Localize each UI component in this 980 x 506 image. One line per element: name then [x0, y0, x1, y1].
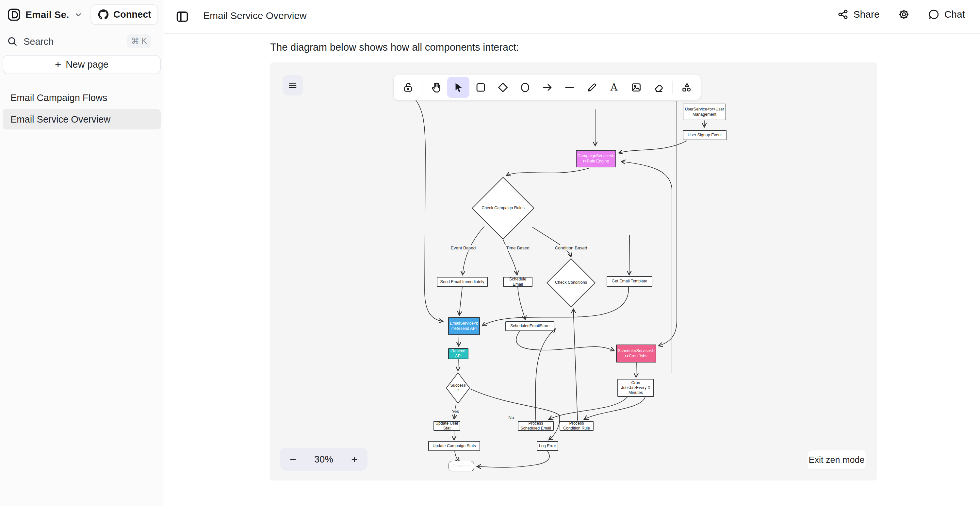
flow-node-process-scheduled-email[interactable]: Process Scheduled Email [518, 421, 554, 431]
tool-image-icon[interactable] [625, 77, 647, 98]
flow-node-check-campaign-rules[interactable]: Check Campaign Rules [472, 177, 535, 239]
sidebar-page-email-campaign-flows[interactable]: Email Campaign Flows [3, 88, 161, 108]
flow-node-log-error[interactable]: Log Error [537, 441, 558, 451]
flow-node-update-campaign-stats[interactable]: Update Campaign Stats [428, 441, 480, 451]
diagram-canvas[interactable]: UserService<br>User ManagementUser Signu… [270, 62, 877, 480]
flow-node-label: Success ? [446, 383, 470, 393]
tool-eraser-icon[interactable] [647, 77, 669, 98]
share-button[interactable]: Share [837, 8, 880, 20]
search-shortcut-badge: ⌘ K [127, 34, 151, 48]
chevron-down-icon [74, 10, 83, 19]
flow-node-email-service[interactable]: EmailService<br>Resend API [448, 317, 480, 335]
flow-node-campaign-service[interactable]: CampaignService<br>Rule Engine [576, 150, 616, 168]
tool-arrow-icon[interactable] [536, 77, 558, 98]
flow-node-label: Check Campaign Rules [473, 206, 533, 211]
flow-node-resend-api[interactable]: Resend API [448, 348, 468, 359]
flow-node-scheduler-service[interactable]: SchedulerService<br>Cron Jobs [616, 345, 656, 362]
sidebar-page-email-service-overview[interactable]: Email Service Overview [3, 109, 161, 129]
toolbar-divider [672, 81, 673, 94]
flow-node-user-service[interactable]: UserService<br>User Management [683, 104, 726, 120]
chat-label: Chat [944, 9, 965, 20]
share-label: Share [854, 9, 880, 20]
new-page-label: New page [66, 59, 108, 70]
flow-node-complete[interactable]: Complete [449, 461, 474, 471]
tool-rectangle-icon[interactable] [469, 77, 492, 98]
edge-label-no[interactable]: No [508, 415, 515, 420]
workspace-name: Email Se... [25, 9, 70, 20]
edge-label-condition-based[interactable]: Condition Based [554, 245, 588, 251]
flow-node-label: Check Conditions [548, 280, 594, 285]
zoom-out-button[interactable]: − [290, 454, 296, 465]
flow-node-scheduled-email-store[interactable]: ScheduledEmailStore [505, 321, 554, 331]
share-icon [837, 8, 849, 20]
app-logo-icon [7, 8, 21, 22]
toggle-sidebar-icon[interactable] [175, 10, 189, 24]
sidebar: Email Se... Connect Search ⌘ K + New pag… [0, 0, 163, 506]
new-page-button[interactable]: + New page [3, 55, 161, 74]
flow-node-update-user-stat[interactable]: Update User Stat [433, 421, 460, 431]
pages-list: Email Campaign FlowsEmail Service Overvi… [3, 88, 161, 131]
flow-node-success-decision[interactable]: Success ? [446, 372, 470, 404]
flow-node-send-email-immediately[interactable]: Send Email Immediately [437, 277, 488, 287]
header-actions: Share Chat [837, 8, 965, 20]
edge-label-yes[interactable]: Yes [451, 409, 460, 414]
svg-text:A: A [610, 81, 617, 93]
tool-text-icon[interactable]: A [603, 77, 625, 98]
tool-draw-icon[interactable] [581, 77, 603, 98]
zoom-control: − 30% + [280, 448, 368, 471]
tool-hand-icon[interactable] [425, 77, 447, 98]
canvas-toolbar: A [394, 75, 701, 100]
flow-node-process-condition-rule[interactable]: Process Condition Rule [560, 421, 593, 431]
plus-icon: + [55, 59, 61, 71]
search-placeholder: Search [24, 36, 54, 47]
flow-node-check-conditions[interactable]: Check Conditions [547, 258, 595, 307]
toolbar-divider [422, 81, 422, 94]
github-icon [97, 8, 110, 21]
tool-ellipse-icon[interactable] [514, 77, 536, 98]
hamburger-icon [288, 80, 298, 91]
edge-label-time-based[interactable]: Time Based [505, 245, 530, 251]
gear-icon [898, 8, 910, 20]
tool-lock-icon[interactable] [397, 77, 419, 98]
settings-button[interactable] [898, 8, 910, 20]
header-divider [197, 9, 197, 24]
flow-node-user-signup-event[interactable]: User Signup Event [683, 130, 727, 140]
chat-button[interactable]: Chat [928, 8, 965, 20]
flow-node-schedule-email[interactable]: Schedule Email [503, 277, 533, 287]
chat-bubble-icon [928, 8, 940, 20]
zoom-level[interactable]: 30% [314, 454, 333, 465]
flow-node-get-email-template[interactable]: Get Email Template [607, 276, 652, 287]
intro-paragraph: The diagram below shows how all componen… [270, 42, 519, 53]
github-connect-button[interactable]: Connect [91, 4, 158, 25]
connect-label: Connect [113, 9, 151, 20]
search-icon [6, 36, 18, 47]
page-header: Email Service Overview Share Chat [164, 0, 980, 34]
exit-zen-mode-button[interactable]: Exit zen mode [808, 450, 865, 469]
tool-selection-icon[interactable] [447, 77, 469, 98]
search-input[interactable]: Search ⌘ K [6, 34, 157, 49]
canvas-menu-button[interactable] [283, 75, 303, 96]
app-window: Email Se... Connect Search ⌘ K + New pag… [0, 0, 980, 506]
flow-node-cron-job[interactable]: Cron Job<br>Every X Minutes [617, 379, 654, 397]
workspace-switcher[interactable]: Email Se... [7, 4, 83, 25]
tool-line-icon[interactable] [558, 77, 581, 98]
tool-shapes-icon[interactable] [675, 77, 697, 98]
zoom-in-button[interactable]: + [351, 454, 358, 465]
page-title: Email Service Overview [203, 10, 307, 21]
edge-label-event-based[interactable]: Event Based [450, 245, 477, 251]
tool-diamond-icon[interactable] [492, 77, 514, 98]
